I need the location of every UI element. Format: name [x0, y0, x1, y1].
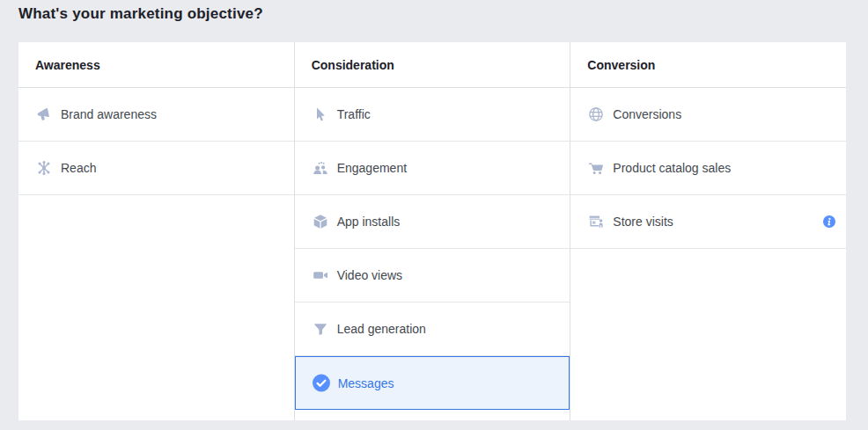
video-camera-icon	[312, 266, 329, 284]
check-circle-icon	[313, 375, 330, 392]
objective-reach[interactable]: Reach	[18, 142, 294, 195]
objective-engagement[interactable]: Engagement	[295, 142, 570, 195]
objective-product-catalog-sales[interactable]: Product catalog sales	[570, 142, 846, 195]
cube-icon	[312, 213, 329, 230]
storefront-icon	[587, 213, 605, 230]
info-icon[interactable]	[823, 215, 835, 228]
column-consideration: ConsiderationTrafficEngagementApp instal…	[295, 42, 571, 420]
megaphone-icon	[35, 106, 53, 123]
objective-label: App installs	[337, 215, 401, 229]
cursor-icon	[312, 106, 329, 123]
objective-label: Lead generation	[337, 322, 426, 336]
objective-brand-awareness[interactable]: Brand awareness	[18, 88, 294, 142]
objective-label: Store visits	[613, 215, 673, 229]
objective-label: Messages	[338, 376, 394, 390]
funnel-icon	[312, 320, 329, 338]
objective-label: Video views	[337, 268, 402, 282]
column-conversion: ConversionConversionsProduct catalog sal…	[570, 42, 846, 420]
objective-label: Engagement	[337, 161, 407, 175]
objective-label: Product catalog sales	[613, 161, 731, 175]
globe-icon	[587, 106, 605, 123]
objective-traffic[interactable]: Traffic	[295, 88, 570, 142]
objective-label: Brand awareness	[61, 107, 157, 121]
objective-conversions[interactable]: Conversions	[570, 88, 846, 142]
column-awareness: AwarenessBrand awarenessReach	[18, 42, 295, 420]
objective-lead-generation[interactable]: Lead generation	[295, 302, 570, 356]
column-header-consideration: Consideration	[295, 42, 570, 88]
objective-app-installs[interactable]: App installs	[295, 195, 570, 249]
column-header-conversion: Conversion	[570, 42, 846, 88]
objective-table: AwarenessBrand awarenessReachConsiderati…	[18, 42, 846, 420]
objective-label: Conversions	[613, 107, 681, 121]
page-title: What's your marketing objective?	[18, 5, 263, 23]
shopping-cart-icon	[587, 159, 605, 177]
reach-icon	[35, 159, 53, 177]
objective-label: Traffic	[337, 107, 371, 121]
objective-video-views[interactable]: Video views	[295, 249, 570, 302]
people-icon	[312, 159, 329, 177]
objective-messages[interactable]: Messages	[295, 356, 570, 410]
objective-store-visits[interactable]: Store visits	[570, 195, 846, 249]
column-header-awareness: Awareness	[18, 42, 294, 88]
objective-label: Reach	[61, 161, 96, 175]
